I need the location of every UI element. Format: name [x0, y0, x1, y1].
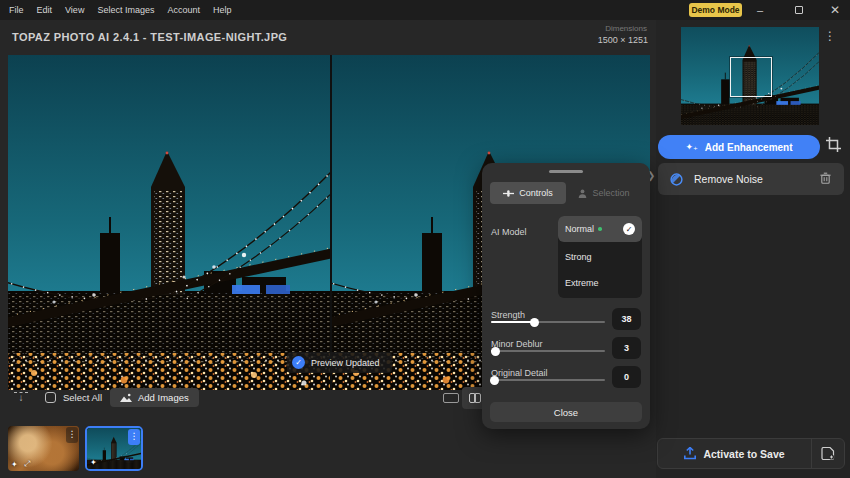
- slider-fill: [491, 321, 534, 323]
- select-all-control[interactable]: Select All: [45, 392, 102, 403]
- panel-close-button[interactable]: Close: [490, 402, 642, 422]
- check-circle-icon: ✓: [292, 356, 305, 369]
- add-images-button[interactable]: Add Images: [110, 388, 199, 407]
- split-view-icon: [475, 393, 481, 403]
- recommended-dot-icon: [598, 227, 602, 231]
- option-label: Normal: [565, 224, 594, 234]
- thumbnail-menu-icon[interactable]: ⋮: [66, 427, 78, 443]
- strength-slider-group: Strength 38: [491, 304, 641, 332]
- enhancement-controls-panel: Controls Selection AI Model Normal ✓ Str…: [482, 163, 650, 429]
- enhance-sparkle-icon: ✦: [11, 460, 18, 469]
- save-options-button[interactable]: [811, 439, 844, 468]
- person-icon: [578, 189, 587, 198]
- remove-noise-icon: [670, 173, 683, 186]
- tab-selection[interactable]: Selection: [566, 182, 642, 204]
- minor-deblur-slider[interactable]: [491, 350, 605, 352]
- original-detail-slider[interactable]: [491, 379, 605, 381]
- right-sidebar: ⋮ ✦₊ Add Enhancement ❯ Remove Noise: [656, 20, 850, 478]
- maximize-icon: [795, 6, 803, 14]
- upload-icon: [684, 447, 696, 460]
- menu-file[interactable]: File: [9, 5, 24, 15]
- import-arrow: ↓: [13, 393, 29, 402]
- original-detail-slider-group: Original Detail 0: [491, 362, 641, 390]
- navigator-viewport-rect[interactable]: [730, 57, 772, 97]
- ai-model-option-extreme[interactable]: Extreme: [558, 270, 642, 296]
- single-view-toggle[interactable]: [443, 393, 459, 403]
- trash-icon: [820, 172, 831, 184]
- expand-arrows-icon: ⤢: [24, 459, 30, 469]
- ai-model-option-normal[interactable]: Normal ✓: [558, 216, 642, 242]
- sidebar-menu-icon[interactable]: ⋮: [824, 30, 836, 43]
- menu-help[interactable]: Help: [213, 5, 232, 15]
- add-images-label: Add Images: [138, 392, 189, 403]
- city-night-photo: [8, 55, 330, 390]
- menu-view[interactable]: View: [65, 5, 84, 15]
- preview-updated-toast: ✓ Preview Updated: [287, 352, 392, 373]
- ai-model-option-strong[interactable]: Strong: [558, 244, 642, 270]
- filmstrip-thumbnail-lizard[interactable]: ⋮ ✦ ⤢: [8, 426, 79, 471]
- minor-deblur-slider-group: Minor Deblur 3: [491, 333, 641, 361]
- tab-selection-label: Selection: [592, 188, 629, 198]
- remove-noise-label: Remove Noise: [694, 173, 763, 185]
- strength-value[interactable]: 38: [612, 308, 641, 330]
- menu-bar: File Edit View Select Images Account Hel…: [0, 0, 850, 20]
- delete-enhancement-button[interactable]: [820, 170, 831, 188]
- original-detail-label: Original Detail: [491, 368, 548, 378]
- menu-edit[interactable]: Edit: [37, 5, 53, 15]
- tab-controls-label: Controls: [519, 188, 553, 198]
- enhance-sparkle-icon: ✦: [90, 458, 97, 467]
- save-bar: Activate to Save: [657, 438, 845, 469]
- panel-drag-handle[interactable]: [549, 170, 583, 173]
- select-all-checkbox[interactable]: [45, 392, 56, 403]
- crop-icon: [826, 137, 841, 152]
- dimensions-value: 1500 × 1251: [598, 35, 648, 45]
- remove-noise-enhancement-row[interactable]: Remove Noise: [658, 163, 844, 195]
- select-all-label: Select All: [63, 392, 102, 403]
- strength-label: Strength: [491, 310, 525, 320]
- thumbnail-menu-icon[interactable]: ⋮: [128, 429, 140, 445]
- maximize-button[interactable]: [786, 0, 812, 20]
- demo-mode-badge: Demo Mode: [689, 3, 742, 17]
- ai-model-dropdown: Normal ✓ Strong Extreme: [558, 216, 642, 298]
- original-detail-slider-handle[interactable]: [490, 376, 499, 385]
- topaz-photo-ai-window: File Edit View Select Images Account Hel…: [0, 0, 850, 478]
- tab-controls[interactable]: Controls: [490, 182, 566, 204]
- preview-pane-original[interactable]: [8, 55, 330, 390]
- add-enhancement-label: Add Enhancement: [705, 142, 793, 153]
- toast-label: Preview Updated: [311, 358, 380, 368]
- strength-slider-handle[interactable]: [530, 318, 539, 327]
- document-title: TOPAZ PHOTO AI 2.4.1 - TEST-IMAGE-NIGHT.…: [12, 31, 287, 43]
- navigator-thumbnail[interactable]: [681, 27, 819, 125]
- sparkles-icon: ✦₊: [685, 142, 697, 152]
- original-detail-value[interactable]: 0: [612, 366, 641, 388]
- menu-select-images[interactable]: Select Images: [97, 5, 154, 15]
- save-settings-icon: [821, 447, 835, 460]
- sliders-icon: [503, 189, 514, 198]
- minor-deblur-value[interactable]: 3: [612, 337, 641, 359]
- dimensions-label: Dimensions: [605, 24, 647, 33]
- crop-button[interactable]: [826, 137, 846, 157]
- selected-check-icon: ✓: [623, 223, 635, 235]
- close-button[interactable]: ✕: [822, 0, 848, 20]
- image-icon: [120, 393, 132, 403]
- minor-deblur-slider-handle[interactable]: [491, 347, 500, 356]
- menu-account[interactable]: Account: [167, 5, 200, 15]
- minimize-button[interactable]: –: [747, 0, 773, 20]
- ai-model-label: AI Model: [491, 227, 527, 237]
- activate-to-save-label: Activate to Save: [703, 448, 784, 460]
- filmstrip-thumbnail-city-selected[interactable]: ⋮ ✦: [85, 426, 143, 471]
- strength-slider[interactable]: [491, 321, 605, 323]
- panel-tabs: Controls Selection: [490, 182, 642, 204]
- option-label: Strong: [565, 252, 592, 262]
- add-enhancement-button[interactable]: ✦₊ Add Enhancement: [658, 135, 820, 159]
- option-label: Extreme: [565, 278, 599, 288]
- import-drop-icon[interactable]: ↓: [13, 392, 29, 402]
- activate-to-save-button[interactable]: Activate to Save: [658, 439, 811, 468]
